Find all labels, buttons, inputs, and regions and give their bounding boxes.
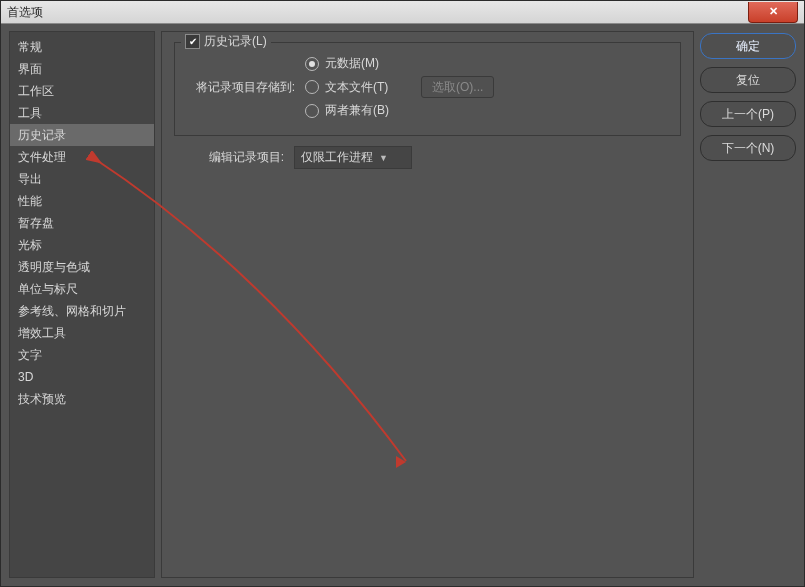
- sidebar-item-3d[interactable]: 3D: [10, 366, 154, 388]
- sidebar-item-tools[interactable]: 工具: [10, 102, 154, 124]
- chevron-down-icon: ▼: [379, 153, 388, 163]
- sidebar-item-performance[interactable]: 性能: [10, 190, 154, 212]
- sidebar-item-scratch-disks[interactable]: 暂存盘: [10, 212, 154, 234]
- group-legend: 历史记录(L): [181, 33, 271, 50]
- sidebar-item-cursors[interactable]: 光标: [10, 234, 154, 256]
- sidebar-item-history-log[interactable]: 历史记录: [10, 124, 154, 146]
- save-to-row-both: 两者兼有(B): [185, 102, 670, 119]
- prev-button[interactable]: 上一个(P): [700, 101, 796, 127]
- action-buttons: 确定 复位 上一个(P) 下一个(N): [700, 31, 796, 578]
- sidebar-item-transparency-gamut[interactable]: 透明度与色域: [10, 256, 154, 278]
- edit-log-select[interactable]: 仅限工作进程 ▼: [294, 146, 412, 169]
- sidebar-item-type[interactable]: 文字: [10, 344, 154, 366]
- choose-file-button[interactable]: 选取(O)...: [421, 76, 494, 98]
- sidebar-item-units-rulers[interactable]: 单位与标尺: [10, 278, 154, 300]
- preferences-window: 首选项 ✕ 常规 界面 工作区 工具 历史记录 文件处理 导出 性能 暂存盘 光…: [0, 0, 805, 587]
- radio-metadata-label: 元数据(M): [325, 55, 415, 72]
- window-title: 首选项: [7, 4, 43, 21]
- close-icon: ✕: [769, 5, 778, 18]
- titlebar: 首选项 ✕: [1, 1, 804, 24]
- window-body: 常规 界面 工作区 工具 历史记录 文件处理 导出 性能 暂存盘 光标 透明度与…: [1, 23, 804, 586]
- sidebar-item-interface[interactable]: 界面: [10, 58, 154, 80]
- radio-textfile-label: 文本文件(T): [325, 79, 415, 96]
- edit-log-select-value: 仅限工作进程: [301, 149, 373, 166]
- save-to-row-metadata: 元数据(M): [185, 55, 670, 72]
- close-button[interactable]: ✕: [748, 2, 798, 23]
- sidebar-item-export[interactable]: 导出: [10, 168, 154, 190]
- sidebar-item-file-handling[interactable]: 文件处理: [10, 146, 154, 168]
- radio-both-label: 两者兼有(B): [325, 102, 415, 119]
- history-log-group: 历史记录(L) 元数据(M) 将记录项目存储到: 文本文件(T) 选取(O)..…: [174, 42, 681, 136]
- save-to-label: 将记录项目存储到:: [185, 79, 299, 96]
- reset-button[interactable]: 复位: [700, 67, 796, 93]
- radio-both[interactable]: [305, 104, 319, 118]
- category-sidebar: 常规 界面 工作区 工具 历史记录 文件处理 导出 性能 暂存盘 光标 透明度与…: [9, 31, 155, 578]
- history-log-checkbox[interactable]: [185, 34, 200, 49]
- next-button[interactable]: 下一个(N): [700, 135, 796, 161]
- radio-metadata[interactable]: [305, 57, 319, 71]
- history-log-checkbox-label: 历史记录(L): [204, 33, 267, 50]
- sidebar-item-general[interactable]: 常规: [10, 36, 154, 58]
- edit-log-label: 编辑记录项目:: [176, 149, 288, 166]
- save-to-row-textfile: 将记录项目存储到: 文本文件(T) 选取(O)...: [185, 76, 670, 98]
- edit-log-row: 编辑记录项目: 仅限工作进程 ▼: [176, 146, 681, 169]
- sidebar-item-workspace[interactable]: 工作区: [10, 80, 154, 102]
- ok-button[interactable]: 确定: [700, 33, 796, 59]
- sidebar-item-tech-preview[interactable]: 技术预览: [10, 388, 154, 410]
- sidebar-item-guides-grid-slices[interactable]: 参考线、网格和切片: [10, 300, 154, 322]
- radio-textfile[interactable]: [305, 80, 319, 94]
- main-panel: 历史记录(L) 元数据(M) 将记录项目存储到: 文本文件(T) 选取(O)..…: [161, 31, 694, 578]
- sidebar-item-plugins[interactable]: 增效工具: [10, 322, 154, 344]
